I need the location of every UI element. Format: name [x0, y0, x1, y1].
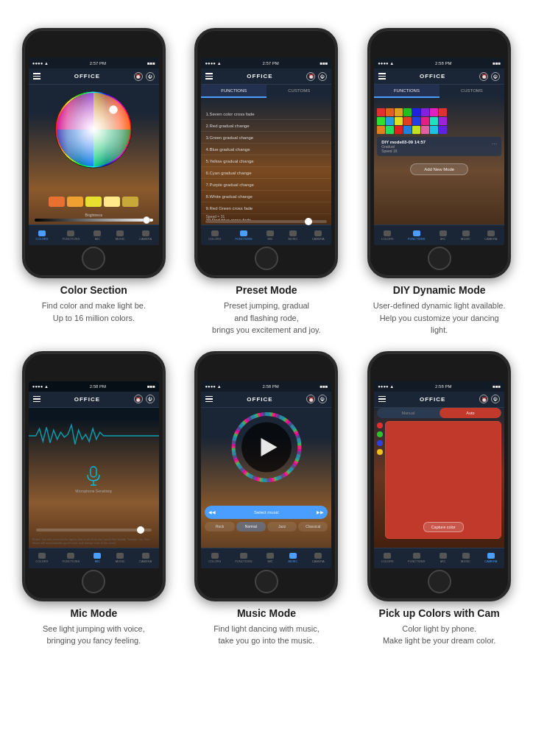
- select-music-label[interactable]: Select music: [254, 510, 279, 515]
- home-btn-camera[interactable]: [428, 570, 451, 593]
- tab-functions-preset[interactable]: FUNCTIONS: [201, 85, 266, 98]
- home-btn-color[interactable]: [82, 247, 105, 270]
- swatch-3[interactable]: [85, 197, 102, 207]
- power-icon-mic[interactable]: ⏻: [146, 395, 155, 403]
- nav-colors-m[interactable]: COLORS: [36, 553, 49, 563]
- auto-toggle[interactable]: Auto: [440, 408, 502, 418]
- alarm-icon-mic[interactable]: ⏰: [134, 395, 143, 403]
- grid-cell: [412, 108, 420, 116]
- preset-item-9[interactable]: 9.Red Green cross fade: [201, 202, 331, 214]
- menu-icon-preset[interactable]: [205, 73, 213, 80]
- power-icon-camera[interactable]: ⏻: [491, 395, 500, 403]
- office-title-diy: OFFICE: [420, 73, 445, 80]
- home-btn-preset[interactable]: [255, 247, 278, 270]
- home-btn-diy[interactable]: [428, 247, 451, 270]
- preset-item-6[interactable]: 6.Cyan gradual change: [201, 167, 331, 179]
- nav-music-c[interactable]: MUSIC: [461, 553, 470, 563]
- capture-color-btn[interactable]: Capture color: [423, 522, 464, 532]
- power-icon-preset[interactable]: ⏻: [318, 72, 327, 81]
- nav-functions-d[interactable]: FUNCTIONS: [408, 230, 425, 241]
- nav-camera-mu[interactable]: CAMERA: [312, 553, 325, 563]
- genre-jazz[interactable]: Jazz: [267, 522, 297, 531]
- next-music-btn[interactable]: ▶▶: [317, 509, 324, 515]
- nav-mic-mu[interactable]: MIC: [266, 553, 274, 563]
- nav-mic-p[interactable]: MIC: [266, 230, 274, 241]
- menu-icon-diy[interactable]: [378, 73, 386, 80]
- tab-customs-preset[interactable]: CUSTOMS: [266, 85, 332, 98]
- diy-mode-card[interactable]: DIY mode03-09 14:57 Gradual Speed 16 ···: [377, 137, 501, 156]
- nav-music-p[interactable]: MUSIC: [288, 230, 297, 241]
- nav-functions-c[interactable]: FUNCTIONS: [408, 553, 425, 563]
- battery-camera: ■■■: [493, 384, 501, 389]
- speed-container: Speed = 31: [205, 214, 327, 223]
- power-icon-music[interactable]: ⏻: [318, 395, 327, 403]
- sensitivity-track[interactable]: [36, 529, 152, 531]
- genre-classical[interactable]: Classical: [298, 522, 328, 531]
- manual-toggle[interactable]: Manual: [377, 408, 440, 418]
- brightness-thumb[interactable]: [143, 216, 150, 224]
- menu-icon-mic[interactable]: [33, 396, 40, 403]
- grid-cell: [430, 126, 438, 134]
- nav-colors-p[interactable]: COLORS: [208, 230, 221, 241]
- home-btn-mic[interactable]: [82, 570, 105, 593]
- brightness-track[interactable]: [35, 219, 153, 222]
- alarm-icon-color[interactable]: ⏰: [134, 72, 143, 81]
- speed-track[interactable]: [205, 220, 327, 223]
- nav-colors[interactable]: COLORS: [36, 230, 49, 241]
- power-icon-color[interactable]: ⏻: [146, 72, 155, 81]
- nav-colors-d[interactable]: COLORS: [381, 230, 394, 241]
- preset-item-7[interactable]: 7.Purple gradual change: [201, 179, 331, 191]
- diy-mode-dots[interactable]: ···: [492, 140, 498, 147]
- camera-toggle: Manual Auto: [377, 408, 501, 418]
- swatch-5[interactable]: [122, 197, 138, 207]
- swatch-4[interactable]: [104, 197, 120, 207]
- menu-icon-music[interactable]: [205, 396, 213, 403]
- nav-camera[interactable]: CAMERA: [139, 230, 152, 241]
- alarm-icon-music[interactable]: ⏰: [306, 395, 315, 403]
- nav-colors-mu[interactable]: COLORS: [208, 553, 221, 563]
- menu-icon-color[interactable]: [33, 73, 40, 80]
- alarm-icon-preset[interactable]: ⏰: [306, 72, 315, 81]
- nav-music[interactable]: MUSIC: [116, 230, 125, 241]
- home-btn-music[interactable]: [255, 570, 278, 593]
- add-new-mode-btn[interactable]: Add New Mode: [410, 163, 468, 175]
- prev-music-btn[interactable]: ◀◀: [208, 509, 216, 515]
- genre-rock[interactable]: Rock: [205, 522, 234, 531]
- nav-mic-d[interactable]: MIC: [440, 230, 447, 241]
- preset-item-4[interactable]: 4.Blue gradual change: [201, 144, 331, 155]
- sensitivity-thumb[interactable]: [137, 526, 144, 534]
- nav-camera-m[interactable]: CAMERA: [139, 553, 152, 563]
- grid-cell: [421, 108, 429, 116]
- nav-functions-p[interactable]: FUNCTIONS: [235, 230, 252, 241]
- menu-icon-camera[interactable]: [378, 396, 386, 403]
- nav-functions[interactable]: FUNCTIONS: [63, 230, 80, 241]
- power-icon-diy[interactable]: ⏻: [491, 72, 500, 81]
- nav-camera-p[interactable]: CAMERA: [312, 230, 325, 241]
- nav-functions-mu[interactable]: FUNCTIONS: [235, 553, 252, 563]
- alarm-icon-camera[interactable]: ⏰: [479, 395, 488, 403]
- nav-mic[interactable]: MIC: [93, 230, 101, 241]
- preset-item-5[interactable]: 5.Yellow gradual change: [201, 155, 331, 167]
- genre-normal[interactable]: Normal: [236, 522, 266, 531]
- nav-camera-c[interactable]: CAMERA: [484, 553, 497, 563]
- swatch-2[interactable]: [67, 197, 83, 207]
- swatch-1[interactable]: [49, 197, 65, 207]
- tab-customs-diy[interactable]: CUSTOMS: [440, 85, 505, 98]
- nav-colors-c[interactable]: COLORS: [381, 553, 394, 563]
- preset-item-3[interactable]: 3.Green gradual change: [201, 132, 331, 144]
- nav-music-d[interactable]: MUSIC: [461, 230, 470, 241]
- nav-camera-d[interactable]: CAMERA: [484, 230, 497, 241]
- nav-functions-m[interactable]: FUNCTIONS: [63, 553, 80, 563]
- sensitivity-bar-container: [36, 529, 152, 531]
- nav-music-mu[interactable]: MUSIC: [288, 553, 297, 563]
- nav-mic-m[interactable]: MIC: [93, 553, 101, 563]
- nav-music-m[interactable]: MUSIC: [116, 553, 125, 563]
- color-wheel-container[interactable]: [53, 89, 134, 170]
- alarm-icon-diy[interactable]: ⏰: [479, 72, 488, 81]
- preset-item-2[interactable]: 2.Red gradual change: [201, 120, 331, 132]
- preset-item-8[interactable]: 8.White gradual change: [201, 191, 331, 202]
- tab-functions-diy[interactable]: FUNCTIONS: [374, 85, 440, 98]
- nav-mic-c[interactable]: MIC: [440, 553, 447, 563]
- preset-item-1[interactable]: 1.Seven color cross fade: [201, 108, 331, 120]
- app-header-music: OFFICE ⏰ ⏻: [201, 392, 331, 408]
